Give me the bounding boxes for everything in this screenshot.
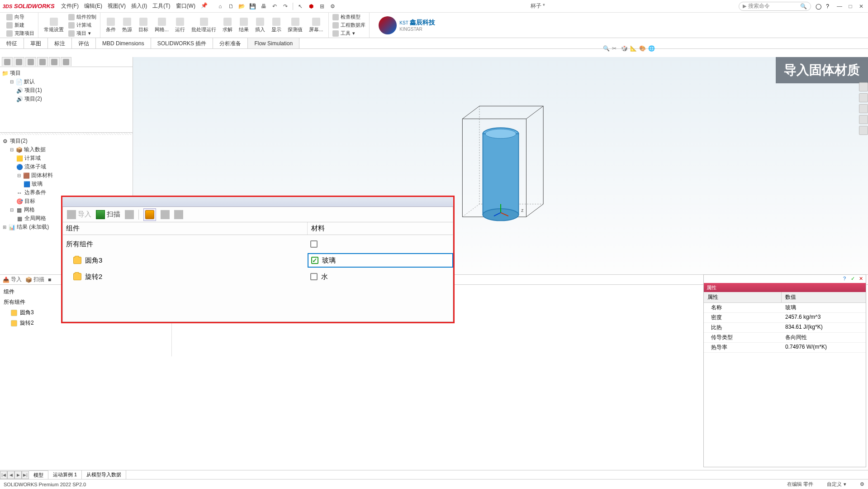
dlg-import-button[interactable]: 导入 (67, 210, 91, 219)
props-row-name[interactable]: 名称玻璃 (704, 303, 866, 313)
nav-first[interactable]: |◀ (0, 471, 7, 479)
tree-project1[interactable]: 🔊项目(1) (2, 86, 131, 95)
new-button[interactable]: 新建 (5, 21, 35, 29)
user-icon[interactable]: ◯ (816, 3, 821, 10)
side-tool-1[interactable] (859, 82, 868, 91)
checkbox-all[interactable] (310, 240, 318, 248)
tab-mbd[interactable]: MBD Dimensions (96, 38, 151, 48)
props-row-specific-heat[interactable]: 比热834.61 J/(kg*K) (704, 323, 866, 333)
insert-button[interactable]: 插入 (252, 17, 268, 34)
menu-insert[interactable]: 插入(I) (131, 2, 147, 10)
panel-tab-3[interactable] (25, 57, 36, 66)
side-tool-5[interactable] (859, 126, 868, 135)
tree-root-p2[interactable]: ⚙项目(2) (2, 137, 131, 145)
help-icon[interactable]: ? (826, 3, 829, 10)
undo-icon[interactable]: ↶ (271, 3, 278, 10)
col-component[interactable]: 组件 (62, 222, 308, 235)
close-button[interactable]: ✕ (857, 3, 865, 10)
display-icon[interactable]: 📐 (630, 45, 637, 53)
goals-button[interactable]: 目标 (136, 17, 151, 34)
side-tool-2[interactable] (859, 93, 868, 102)
dlg-scan-button[interactable]: 扫描 (96, 210, 120, 219)
wizard-button[interactable]: 向导 (5, 13, 35, 21)
menu-window[interactable]: 窗口(W) (176, 2, 195, 10)
zoom-icon[interactable]: 🔍 (603, 45, 610, 53)
menu-pin-icon[interactable]: 📌 (201, 2, 208, 10)
screen-button[interactable]: 屏幕... (306, 17, 326, 34)
dialog-titlebar[interactable] (62, 197, 453, 207)
tree-default[interactable]: ⊟📄默认 (2, 77, 131, 86)
dlg-row-revolve2[interactable]: 旋转2 水 (62, 268, 453, 285)
side-tool-4[interactable] (859, 115, 868, 124)
scene-icon[interactable]: 🌐 (648, 45, 655, 53)
panel-tab-6[interactable] (61, 57, 71, 66)
check-model-button[interactable]: 检查模型 (332, 13, 366, 21)
status-gear-icon[interactable]: ⚙ (860, 481, 864, 487)
results-button[interactable]: 结果 (236, 17, 251, 34)
mesh-button[interactable]: 网格... (152, 17, 171, 34)
props-row-density[interactable]: 密度2457.6 kg/m^3 (704, 313, 866, 323)
project-dd-button[interactable]: 项目 ▾ (67, 29, 97, 37)
open-icon[interactable]: 📂 (238, 3, 246, 10)
home-icon[interactable]: ⌂ (217, 3, 224, 10)
tab-evaluate[interactable]: 评估 (72, 38, 96, 48)
nav-last[interactable]: ▶| (22, 471, 29, 479)
component-control-button[interactable]: 组件控制 (67, 13, 97, 21)
dlg-cube-button[interactable] (143, 208, 156, 221)
select-icon[interactable]: ↖ (297, 3, 304, 10)
props-row-conductivity[interactable]: 热导率0.74976 W/(m*K) (704, 343, 866, 353)
panel-tab-4[interactable] (37, 57, 48, 66)
checkbox-water[interactable] (310, 273, 318, 280)
menu-file[interactable]: 文件(F) (61, 2, 79, 10)
props-help-icon[interactable]: ? (841, 276, 848, 282)
save-icon[interactable]: 💾 (249, 3, 256, 10)
eng-db-button[interactable]: 工程数据库 (332, 21, 366, 29)
tab-analysis[interactable]: 分析准备 (213, 38, 248, 48)
general-settings-button[interactable]: 常规设置 (41, 17, 66, 34)
panel-tab-5[interactable] (49, 57, 60, 66)
tab-annotate[interactable]: 标注 (48, 38, 72, 48)
rebuild-icon[interactable]: ⬢ (308, 3, 315, 10)
dlg-row-all[interactable]: 所有组件 (62, 236, 453, 252)
run-button[interactable]: 运行 (172, 17, 188, 34)
view-icon[interactable]: 🎲 (621, 45, 628, 53)
dlg-screen-button[interactable] (174, 210, 183, 219)
menu-tools[interactable]: 工具(T) (152, 2, 170, 10)
heat-button[interactable]: 热源 (119, 17, 135, 34)
solve-button[interactable]: 求解 (220, 17, 235, 34)
clone-project-button[interactable]: 克隆项目 (5, 29, 35, 37)
batch-button[interactable]: 批处理运行 (189, 17, 219, 34)
options-icon[interactable]: ⊞ (318, 3, 326, 10)
appearance-icon[interactable]: 🎨 (639, 45, 646, 53)
btab-model[interactable]: 模型 (29, 470, 48, 479)
side-tool-3[interactable] (859, 104, 868, 113)
nav-prev[interactable]: ◀ (7, 471, 14, 479)
dlg-row-fillet3[interactable]: 圆角3 玻璃 (62, 252, 453, 268)
stop-btn-bg[interactable]: ■ (48, 277, 51, 283)
tree-project2[interactable]: 🔊项目(2) (2, 95, 131, 103)
maximize-button[interactable]: □ (846, 3, 854, 10)
tree-solid[interactable]: ⊟🟫固体材料 (2, 171, 131, 180)
props-col-property[interactable]: 属性 (704, 292, 782, 302)
col-material[interactable]: 材料 (308, 222, 328, 235)
settings-icon[interactable]: ⚙ (329, 3, 337, 10)
tab-flow-sim[interactable]: Flow Simulation (248, 38, 299, 48)
tools-dd-button[interactable]: 工具 ▾ (332, 29, 366, 37)
tab-feature[interactable]: 特征 (0, 38, 24, 48)
search-input[interactable]: ▶ 搜索命令 🔍 (739, 2, 811, 11)
print-icon[interactable]: 🖶 (260, 3, 267, 10)
menu-view[interactable]: 视图(V) (108, 2, 126, 10)
panel-tab-2[interactable] (14, 57, 24, 66)
import-btn-bg[interactable]: 📥 导入 (3, 276, 22, 283)
tree-fluid[interactable]: 🔵流体子域 (2, 163, 131, 171)
scan-btn-bg[interactable]: 📦 扫描 (25, 276, 44, 283)
display-button[interactable]: 显示 (269, 17, 284, 34)
checkbox-glass[interactable] (311, 257, 318, 264)
redo-icon[interactable]: ↷ (282, 3, 289, 10)
new-doc-icon[interactable]: 🗋 (228, 3, 235, 10)
section-icon[interactable]: ✂ (612, 45, 619, 53)
tab-sketch[interactable]: 草图 (24, 38, 48, 48)
props-close-icon[interactable]: ✕ (858, 276, 864, 282)
props-row-conduct-type[interactable]: 传导类型各向同性 (704, 333, 866, 343)
probe-button[interactable]: 探测值 (285, 17, 305, 34)
